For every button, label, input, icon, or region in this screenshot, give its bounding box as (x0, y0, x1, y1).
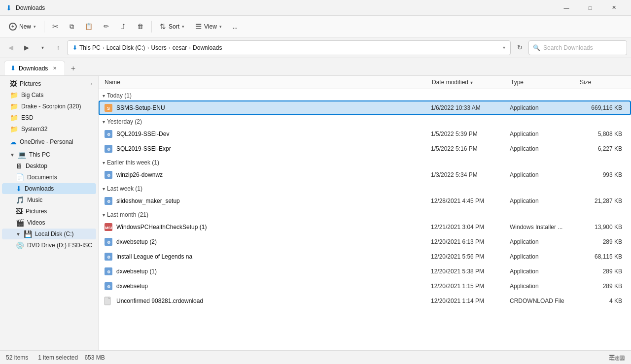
col-name[interactable]: Name (103, 78, 430, 87)
path-downloads[interactable]: Downloads (193, 44, 222, 51)
back-button[interactable]: ◀ (4, 41, 18, 55)
forward-button[interactable]: ▶ (20, 41, 34, 55)
sidebar-item-thispc[interactable]: ▼ 💻 This PC (2, 149, 96, 160)
sidebar-label-downloads: Downloads (25, 185, 92, 192)
table-row[interactable]: ⚙ Install League of Legends na 12/20/202… (99, 249, 631, 264)
paste-button[interactable]: 📋 (80, 19, 98, 34)
tab-bar: ⬇ Downloads ✕ + (0, 58, 631, 76)
sidebar-label-onedrive: OneDrive - Personal (20, 138, 92, 145)
sidebar-item-pictures[interactable]: 🖼 Pictures (2, 206, 96, 217)
status-selected: 1 item selected 653 MB (38, 354, 105, 361)
watermark: 亿速云 (609, 355, 625, 362)
table-row[interactable]: ⚙ SQL2019-SSEI-Dev 1/5/2022 5:39 PM Appl… (99, 127, 631, 141)
cut-button[interactable]: ✂ (47, 19, 64, 34)
group-chevron-1: ▾ (103, 119, 105, 125)
view-button[interactable]: ☰ View ▾ (190, 19, 227, 34)
table-row[interactable]: S SSMS-Setup-ENU 1/6/2022 10:33 AM Appli… (99, 100, 631, 115)
sidebar-label-desktop: Desktop (26, 163, 92, 169)
path-cesar[interactable]: cesar (173, 44, 187, 51)
main-layout: 🖼 Pictures › 📁 Big Cats 📁 Drake - Scorpi… (0, 76, 631, 350)
rename-button[interactable]: ✏ (99, 19, 114, 34)
more-button[interactable]: ... (228, 19, 243, 34)
tab-downloads[interactable]: ⬇ Downloads ✕ (4, 61, 65, 75)
group-chevron-0: ▾ (103, 93, 105, 99)
file-date: 1/3/2022 5:34 PM (429, 171, 508, 178)
file-name-cell: Unconfirmed 908281.crdownload (104, 296, 429, 306)
table-row[interactable]: ⚙ SQL2019-SSEI-Expr 1/5/2022 5:16 PM App… (99, 141, 631, 156)
group-header-2[interactable]: ▾ Earlier this week (1) (99, 156, 631, 167)
share-button[interactable]: ⮥ (115, 19, 131, 34)
sidebar-item-downloads[interactable]: ⬇ Downloads (2, 183, 96, 194)
sort-label: Sort (169, 23, 179, 30)
group-header-0[interactable]: ▾ Today (1) (99, 89, 631, 100)
sidebar-item-esd[interactable]: 📁 ESD (2, 112, 96, 123)
new-label: New (19, 23, 31, 30)
sort-button[interactable]: ⇅ Sort ▾ (155, 19, 189, 34)
file-icon: ⚙ (104, 237, 113, 247)
cut-icon: ✂ (52, 22, 59, 31)
sidebar-item-dvd[interactable]: 💿 DVD Drive (D:) ESD-ISC (2, 240, 96, 251)
sidebar-item-pictures-quick[interactable]: 🖼 Pictures › (2, 78, 96, 89)
thispc-chevron: ▼ (10, 152, 15, 158)
svg-text:MSI: MSI (105, 226, 112, 230)
file-name-text: dxwebsetup (116, 283, 148, 290)
path-local-disk[interactable]: Local Disk (C:) (106, 44, 145, 51)
sidebar-item-drake[interactable]: 📁 Drake - Scorpion (320) (2, 101, 96, 112)
col-date-modified[interactable]: Date modified ▾ (430, 78, 509, 87)
col-type[interactable]: Type (509, 78, 578, 87)
table-row[interactable]: Unconfirmed 908281.crdownload 12/20/2021… (99, 294, 631, 308)
music-icon: 🎵 (16, 196, 24, 204)
title-bar-title: Downloads (16, 4, 555, 11)
file-name-text: SQL2019-SSEI-Expr (116, 145, 171, 152)
refresh-button[interactable]: ↻ (513, 41, 526, 55)
file-icon (104, 296, 113, 306)
sidebar-item-bigcats[interactable]: 📁 Big Cats (2, 90, 96, 100)
group-label-2: Earlier this week (1) (107, 159, 159, 166)
group-label-4: Last month (21) (107, 211, 148, 218)
tab-close-button[interactable]: ✕ (51, 65, 59, 72)
sidebar-item-documents[interactable]: 📄 Documents (2, 172, 96, 183)
path-dropdown-arrow[interactable]: ▾ (503, 45, 505, 50)
file-name-cell: ⚙ slideshow_maker_setup (104, 196, 429, 206)
file-date: 1/5/2022 5:16 PM (429, 145, 508, 152)
search-box[interactable]: 🔍 Search Downloads (528, 40, 627, 55)
close-button[interactable]: ✕ (602, 0, 625, 16)
sidebar-item-system32[interactable]: 📁 System32 (2, 124, 96, 134)
sidebar-label-pictures: Pictures (26, 208, 92, 215)
sidebar-item-localc[interactable]: ▼ 💾 Local Disk (C:) (2, 229, 96, 239)
recent-button[interactable]: ▾ (35, 41, 49, 55)
maximize-button[interactable]: □ (579, 0, 601, 16)
file-name-cell: MSI WindowsPCHealthCheckSetup (1) (104, 222, 429, 232)
path-users[interactable]: Users (151, 44, 166, 51)
group-label-1: Yesterday (2) (107, 118, 142, 125)
minimize-button[interactable]: — (555, 0, 578, 16)
up-button[interactable]: ↑ (51, 41, 65, 55)
sidebar-item-desktop[interactable]: 🖥 Desktop (2, 161, 96, 171)
group-header-4[interactable]: ▾ Last month (21) (99, 208, 631, 220)
delete-button[interactable]: 🗑 (132, 19, 148, 34)
table-row[interactable]: ⚙ dxwebsetup (2) 12/20/2021 6:13 PM Appl… (99, 234, 631, 249)
localc-chevron: ▼ (16, 232, 21, 237)
sidebar-label-videos: Videos (27, 219, 92, 226)
table-row[interactable]: MSI WindowsPCHealthCheckSetup (1) 12/21/… (99, 220, 631, 234)
file-type: Application (508, 104, 577, 111)
col-size[interactable]: Size (578, 78, 627, 87)
address-path-box[interactable]: ⬇ This PC › Local Disk (C:) › Users › ce… (67, 40, 511, 55)
table-row[interactable]: ⚙ winzip26-downwz 1/3/2022 5:34 PM Appli… (99, 167, 631, 182)
group-header-1[interactable]: ▾ Yesterday (2) (99, 115, 631, 127)
group-header-3[interactable]: ▾ Last week (1) (99, 182, 631, 194)
sidebar-item-videos[interactable]: 🎬 Videos (2, 217, 96, 228)
tab-label: Downloads (19, 65, 48, 72)
sidebar-item-onedrive[interactable]: ☁ OneDrive - Personal (2, 136, 96, 147)
table-row[interactable]: ⚙ slideshow_maker_setup 12/28/2021 4:45 … (99, 194, 631, 208)
new-tab-button[interactable]: + (66, 62, 80, 75)
path-this-pc[interactable]: This PC (79, 44, 101, 51)
copy-button[interactable]: ⧉ (65, 19, 79, 34)
sidebar: 🖼 Pictures › 📁 Big Cats 📁 Drake - Scorpi… (0, 76, 99, 350)
table-row[interactable]: ⚙ dxwebsetup (1) 12/20/2021 5:38 PM Appl… (99, 264, 631, 279)
column-headers: Name Date modified ▾ Type Size (99, 76, 631, 89)
sidebar-item-music[interactable]: 🎵 Music (2, 195, 96, 205)
table-row[interactable]: ⚙ dxwebsetup 12/20/2021 1:15 PM Applicat… (99, 279, 631, 294)
new-button[interactable]: + New ▾ (4, 19, 41, 34)
path-download-icon: ⬇ (72, 44, 77, 51)
